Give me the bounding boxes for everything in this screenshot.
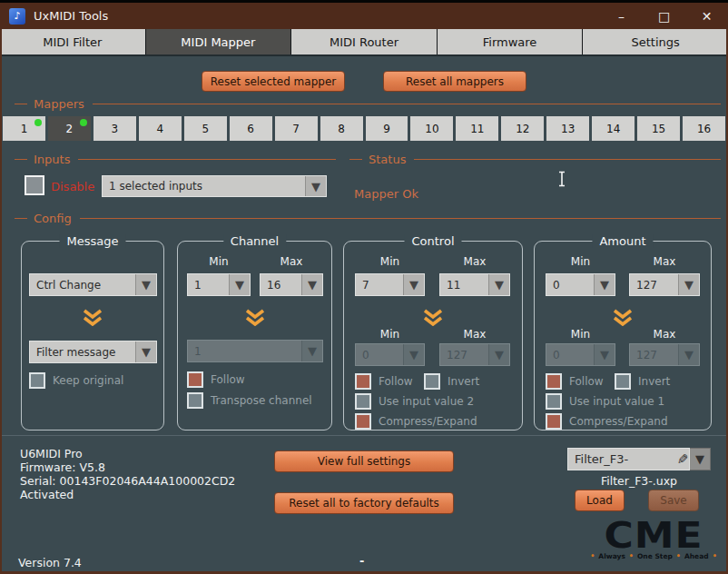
reset-factory-defaults-button[interactable]: Reset all to factory defaults [274, 492, 454, 514]
use-input-value-1-label: Use input value 1 [569, 395, 664, 408]
tab-midi-mapper[interactable]: MIDI Mapper [146, 29, 292, 54]
control-follow-checkbox[interactable] [355, 373, 371, 390]
mapper-button-5[interactable]: 5 [184, 116, 227, 141]
channel-max-dropdown[interactable]: 16 ▼ [260, 273, 323, 296]
config-label: Config [34, 212, 72, 225]
inputs-section-header: Inputs [15, 153, 336, 165]
minimize-button[interactable]: – [600, 3, 643, 29]
mapper-button-16[interactable]: 16 [683, 116, 725, 141]
mapper-button-2[interactable]: 2 [48, 116, 91, 141]
tab-midi-router[interactable]: MIDI Router [291, 29, 438, 54]
channel-follow-label: Follow [211, 373, 245, 386]
double-chevron-down-icon [609, 309, 636, 326]
control-compress-expand-label: Compress/Expand [379, 415, 477, 428]
control-invert-checkbox[interactable] [424, 373, 440, 390]
mapper-button-11[interactable]: 11 [456, 116, 498, 141]
double-chevron-down-icon [79, 309, 106, 326]
disable-checkbox[interactable] [25, 175, 44, 195]
max-label: Max [629, 255, 700, 268]
close-button[interactable]: ✕ [685, 3, 728, 29]
chevron-down-icon: ▼ [403, 344, 424, 365]
preset-name-combobox[interactable]: Filter_F3- ✎ ▼ [567, 448, 711, 470]
status-message: Mapper Ok [354, 187, 418, 201]
preset-name-value: Filter_F3- [568, 452, 672, 466]
max-label: Max [629, 328, 700, 341]
double-chevron-down-icon [241, 309, 269, 326]
amount-invert-label: Invert [638, 375, 670, 388]
mappers-label: Mappers [34, 97, 84, 111]
mapper-buttons-row: 1 2 3 4 5 6 7 8 9 10 11 12 13 14 15 16 [3, 116, 725, 141]
chevron-down-icon: ▼ [678, 344, 699, 365]
version-label: Version 7.4 [18, 556, 82, 569]
disable-label: Disable [51, 180, 94, 193]
amount-out-max-dropdown: 127 ▼ [629, 343, 700, 366]
control-max-dropdown[interactable]: 11 ▼ [439, 273, 510, 296]
mapper-button-8[interactable]: 8 [320, 116, 363, 141]
mapper-button-6[interactable]: 6 [230, 116, 272, 141]
use-input-value-2-checkbox[interactable] [355, 393, 371, 410]
chevron-down-icon[interactable]: ▼ [690, 448, 711, 470]
edit-pencil-icon[interactable]: ✎ [672, 451, 689, 468]
chevron-down-icon: ▼ [678, 274, 699, 295]
control-group: Control Min Max 7 ▼ 11 ▼ Min Max 0 ▼ 127 [343, 241, 523, 430]
control-compress-expand-checkbox[interactable] [355, 413, 371, 430]
amount-max-dropdown[interactable]: 127 ▼ [629, 273, 700, 296]
amount-invert-checkbox[interactable] [615, 373, 631, 390]
mapper-button-1[interactable]: 1 [3, 116, 45, 141]
reset-all-mappers-button[interactable]: Reset all mappers [383, 71, 526, 92]
mapper-button-14[interactable]: 14 [592, 116, 635, 141]
mapper-button-10[interactable]: 10 [410, 116, 453, 141]
amount-min-dropdown[interactable]: 0 ▼ [546, 273, 615, 296]
preset-filename: Filter_F3-.uxp [556, 474, 722, 488]
window-border-left [0, 29, 2, 574]
control-min-dropdown[interactable]: 7 ▼ [355, 273, 425, 296]
tab-midi-filter[interactable]: MIDI Filter [0, 29, 146, 54]
amount-compress-expand-checkbox[interactable] [546, 413, 562, 430]
use-input-value-2-label: Use input value 2 [379, 395, 474, 408]
save-button[interactable]: Save [648, 490, 699, 511]
maximize-button[interactable]: □ [643, 3, 685, 29]
mapper-button-15[interactable]: 15 [637, 116, 680, 141]
control-out-min-dropdown: 0 ▼ [355, 343, 425, 366]
transpose-channel-checkbox[interactable] [187, 392, 203, 409]
amount-follow-checkbox[interactable] [546, 373, 562, 390]
mapper-button-7[interactable]: 7 [275, 116, 318, 141]
mapper-button-9[interactable]: 9 [366, 116, 408, 141]
mapper-button-12[interactable]: 12 [501, 116, 544, 141]
channel-min-dropdown[interactable]: 1 ▼ [187, 273, 251, 296]
app-icon: ♪ [9, 8, 25, 25]
channel-follow-checkbox[interactable] [187, 371, 203, 388]
message-group-title: Message [60, 234, 126, 248]
chevron-down-icon: ▼ [229, 274, 250, 295]
reset-selected-mapper-button[interactable]: Reset selected mapper [202, 71, 345, 92]
keep-original-checkbox[interactable] [29, 372, 45, 389]
amount-out-min-dropdown: 0 ▼ [546, 343, 615, 366]
min-label: Min [546, 255, 615, 268]
window-controls: – □ ✕ [600, 3, 728, 29]
load-button[interactable]: Load [575, 490, 625, 511]
device-serial: Serial: 00143F02046A44A100002CD2 [20, 474, 235, 488]
use-input-value-1-checkbox[interactable] [546, 393, 562, 410]
chevron-down-icon: ▼ [488, 344, 509, 365]
mapper-button-4[interactable]: 4 [139, 116, 182, 141]
cme-logo-text: CME [583, 520, 724, 551]
channel-group: Channel Min Max 1 ▼ 16 ▼ 1 ▼ Follow [177, 241, 332, 430]
control-follow-label: Follow [379, 375, 413, 388]
message-type-dropdown[interactable]: Ctrl Change ▼ [29, 273, 157, 296]
chevron-down-icon: ▼ [135, 274, 156, 295]
message-output-dropdown[interactable]: Filter message ▼ [29, 341, 157, 363]
mapper-button-13[interactable]: 13 [546, 116, 589, 141]
device-model: U6MIDI Pro [20, 447, 83, 460]
amount-group-title: Amount [592, 234, 653, 248]
chevron-down-icon: ▼ [594, 274, 615, 295]
selected-inputs-dropdown[interactable]: 1 selected inputs ▼ [102, 175, 327, 197]
view-full-settings-button[interactable]: View full settings [274, 450, 454, 472]
cme-logo: CME • Always • One Step • Ahead • [583, 518, 724, 560]
mapper-button-3[interactable]: 3 [93, 116, 136, 141]
tab-settings[interactable]: Settings [583, 29, 728, 54]
tab-firmware[interactable]: Firmware [438, 29, 584, 54]
tab-bar: MIDI Filter MIDI Mapper MIDI Router Firm… [0, 29, 728, 54]
double-chevron-down-icon [419, 309, 447, 326]
chevron-down-icon: ▼ [305, 176, 326, 196]
text-cursor-icon [556, 171, 567, 187]
